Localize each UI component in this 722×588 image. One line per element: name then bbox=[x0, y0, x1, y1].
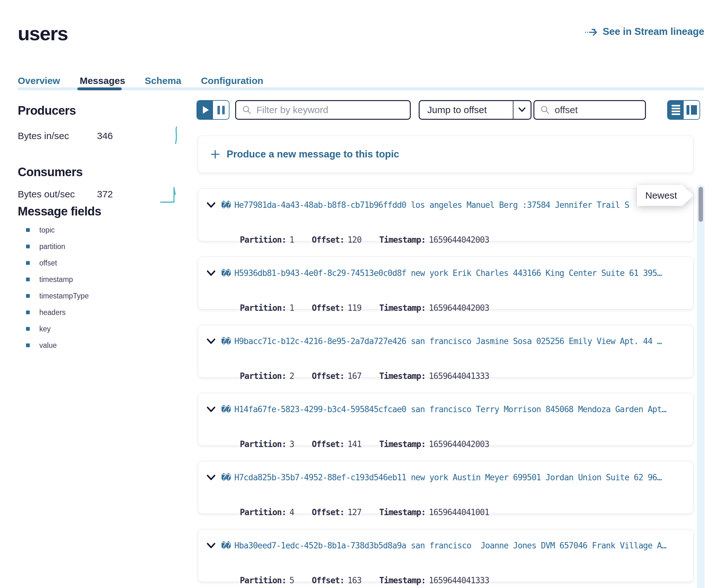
message-key-value-text: Hba30eed7-1edc-452b-8b1a-738d3b5d8a9a sa… bbox=[234, 541, 687, 550]
expand-chevron-icon[interactable] bbox=[206, 405, 216, 413]
message-fields-heading: Message fields bbox=[18, 205, 101, 218]
tab-schema[interactable]: Schema bbox=[145, 76, 181, 86]
tab-messages[interactable]: Messages bbox=[80, 76, 125, 86]
produce-new-message-label: Produce a new message to this topic bbox=[227, 149, 399, 160]
message-meta-row: Partition:1Offset:120Timestamp:165964404… bbox=[221, 226, 489, 254]
produce-new-message-button[interactable]: Produce a new message to this topic bbox=[198, 135, 694, 173]
field-bullet-icon bbox=[26, 311, 30, 314]
message-summary-row: �� H9bacc71c-b12c-4216-8e95-2a7da727e426… bbox=[206, 336, 687, 346]
partition-value: 3 bbox=[289, 439, 294, 449]
field-item-timestamp[interactable]: timestamp bbox=[18, 271, 170, 288]
expand-chevron-icon[interactable] bbox=[206, 474, 216, 481]
message-summary-row: �� Hba30eed7-1edc-452b-8b1a-738d3b5d8a9a… bbox=[206, 541, 687, 550]
field-bullet-icon bbox=[26, 228, 30, 232]
tab-overview[interactable]: Overview bbox=[18, 76, 60, 86]
field-item-key[interactable]: key bbox=[18, 321, 170, 337]
field-bullet-icon bbox=[26, 343, 30, 347]
see-in-stream-lineage-link[interactable]: See in Stream lineage bbox=[584, 26, 704, 37]
replacement-glyphs: �� bbox=[221, 336, 230, 346]
timestamp-value: 1659644041333 bbox=[429, 371, 489, 381]
play-button[interactable] bbox=[197, 101, 213, 119]
newest-tooltip-label: Newest bbox=[637, 185, 694, 206]
field-item-timestampType[interactable]: timestampType bbox=[18, 288, 170, 304]
partition-value: 1 bbox=[289, 235, 294, 245]
field-item-value[interactable]: value bbox=[18, 337, 170, 354]
partition-value: 2 bbox=[289, 371, 294, 381]
message-summary-row: �� H7cda825b-35b7-4952-88ef-c193d546eb11… bbox=[206, 473, 687, 482]
list-view-icon bbox=[672, 105, 680, 115]
timestamp-value: 1659644041001 bbox=[429, 507, 489, 517]
replacement-glyphs: �� bbox=[221, 473, 230, 482]
bytes-in-sparkline bbox=[172, 126, 180, 146]
consumers-stat-row: Bytes out/sec 372 bbox=[18, 184, 180, 205]
messages-scrollbar-thumb[interactable] bbox=[699, 187, 703, 222]
chevron-down-icon bbox=[518, 107, 527, 113]
message-card[interactable]: �� H7cda825b-35b7-4952-88ef-c193d546eb11… bbox=[198, 461, 694, 514]
offset-value: 127 bbox=[347, 507, 361, 517]
pause-icon bbox=[218, 106, 225, 114]
message-key-value-text: He77981da-4a43-48ab-b8f8-cb71b96ffdd0 lo… bbox=[234, 200, 687, 210]
see-in-stream-lineage-label: See in Stream lineage bbox=[603, 26, 704, 37]
message-summary-row: �� He77981da-4a43-48ab-b8f8-cb71b96ffdd0… bbox=[206, 200, 687, 210]
timestamp-value: 1659644041333 bbox=[429, 576, 489, 585]
expand-chevron-icon[interactable] bbox=[206, 201, 216, 209]
producers-stat-row: Bytes in/sec 346 bbox=[18, 126, 180, 146]
topic-tabs: Overview Messages Schema Configuration bbox=[18, 76, 263, 86]
bytes-out-sparkline bbox=[160, 184, 180, 205]
expand-chevron-icon[interactable] bbox=[206, 337, 216, 345]
message-meta-row: Partition:5Offset:163Timestamp:165964404… bbox=[221, 566, 489, 588]
message-fields-list: topic partition offset timestamp timesta… bbox=[18, 222, 170, 354]
message-card[interactable]: �� H5936db81-b943-4e0f-8c29-74513e0c0d8f… bbox=[198, 257, 694, 310]
list-view-button[interactable] bbox=[668, 101, 684, 119]
search-icon bbox=[242, 105, 252, 115]
offset-value: 141 bbox=[347, 439, 361, 449]
field-bullet-icon bbox=[26, 245, 30, 248]
replacement-glyphs: �� bbox=[221, 268, 230, 278]
pause-button[interactable] bbox=[213, 101, 229, 119]
split-view-button[interactable] bbox=[684, 101, 700, 119]
message-card[interactable]: �� H9bacc71c-b12c-4216-8e95-2a7da727e426… bbox=[198, 325, 694, 378]
message-summary-row: �� H14fa67fe-5823-4299-b3c4-595845cfcae0… bbox=[206, 404, 687, 414]
bytes-out-value: 372 bbox=[97, 189, 160, 200]
timestamp-value: 1659644042003 bbox=[429, 303, 489, 313]
message-key-value-text: H5936db81-b943-4e0f-8c29-74513e0c0d8f ne… bbox=[234, 268, 687, 278]
field-item-partition[interactable]: partition bbox=[18, 238, 170, 255]
field-item-topic[interactable]: topic bbox=[18, 222, 170, 238]
field-bullet-icon bbox=[26, 327, 30, 331]
expand-chevron-icon[interactable] bbox=[206, 269, 216, 277]
view-mode-toggle bbox=[667, 100, 700, 120]
message-card[interactable]: �� H14fa67fe-5823-4299-b3c4-595845cfcae0… bbox=[198, 393, 694, 446]
message-key-value-text: H14fa67fe-5823-4299-b3c4-595845cfcae0 sa… bbox=[234, 404, 687, 414]
offset-input-box bbox=[533, 100, 646, 120]
replacement-glyphs: �� bbox=[221, 541, 230, 550]
message-card[interactable]: �� Hba30eed7-1edc-452b-8b1a-738d3b5d8a9a… bbox=[198, 529, 694, 582]
message-summary-row: �� H5936db81-b943-4e0f-8c29-74513e0c0d8f… bbox=[206, 268, 687, 278]
split-view-icon bbox=[686, 105, 697, 115]
field-item-offset[interactable]: offset bbox=[18, 255, 170, 271]
messages-scrollbar-track[interactable] bbox=[697, 185, 705, 588]
tab-configuration[interactable]: Configuration bbox=[201, 76, 263, 86]
filter-by-keyword-input[interactable] bbox=[256, 105, 410, 115]
field-item-headers[interactable]: headers bbox=[18, 304, 170, 321]
plus-icon bbox=[210, 149, 220, 159]
offset-value: 163 bbox=[347, 576, 361, 585]
offset-search-input[interactable] bbox=[555, 105, 645, 115]
offset-value: 119 bbox=[347, 303, 361, 313]
message-meta-row: Partition:2Offset:167Timestamp:165964404… bbox=[221, 362, 489, 390]
page-title: users bbox=[18, 22, 68, 45]
expand-chevron-icon[interactable] bbox=[206, 542, 216, 549]
play-pause-toggle bbox=[197, 100, 229, 120]
jump-to-offset-label: Jump to offset bbox=[420, 105, 513, 115]
partition-value: 1 bbox=[289, 303, 294, 313]
message-card[interactable]: �� He77981da-4a43-48ab-b8f8-cb71b96ffdd0… bbox=[198, 189, 694, 241]
bytes-out-label: Bytes out/sec bbox=[18, 189, 97, 200]
search-icon bbox=[540, 105, 550, 115]
consumers-heading: Consumers bbox=[18, 165, 83, 179]
jump-to-offset-select[interactable]: Jump to offset bbox=[419, 100, 532, 120]
partition-value: 4 bbox=[289, 507, 294, 517]
timestamp-value: 1659644042003 bbox=[429, 439, 489, 449]
message-key-value-text: H9bacc71c-b12c-4216-8e95-2a7da727e426 sa… bbox=[234, 336, 687, 346]
field-bullet-icon bbox=[26, 294, 30, 298]
message-meta-row: Partition:1Offset:119Timestamp:165964404… bbox=[221, 294, 489, 322]
partition-value: 5 bbox=[289, 576, 294, 585]
